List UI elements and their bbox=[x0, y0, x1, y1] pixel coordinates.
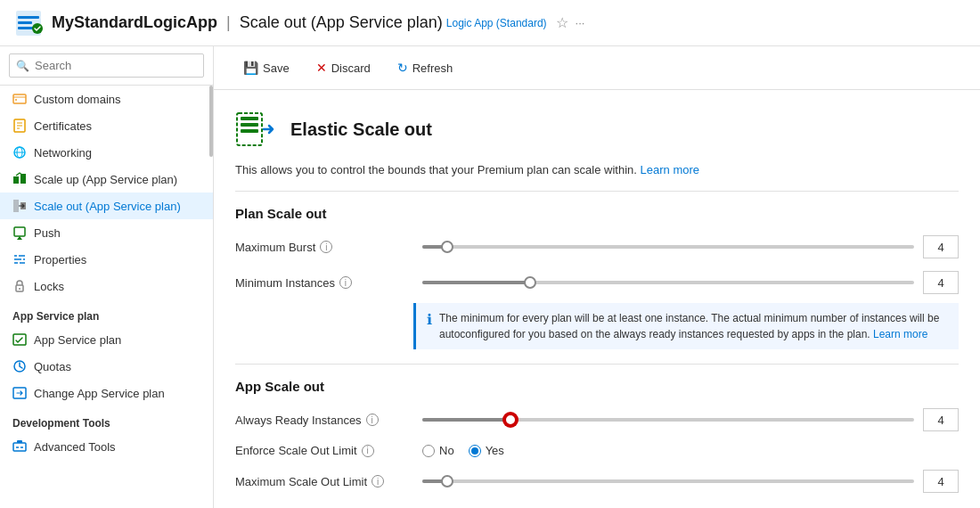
always-ready-slider-thumb[interactable] bbox=[504, 414, 517, 426]
sidebar-item-networking[interactable]: Networking bbox=[0, 139, 213, 166]
sidebar-section-asp: App Service plan bbox=[0, 299, 213, 326]
sidebar-item-properties[interactable]: Properties bbox=[0, 246, 213, 273]
sidebar-nav: Custom domains Certificates Networking bbox=[0, 86, 213, 508]
refresh-button[interactable]: ↻ Refresh bbox=[386, 55, 465, 80]
maximum-burst-info-icon[interactable]: i bbox=[320, 241, 332, 253]
info-box-text: The minimum for every plan will be at le… bbox=[439, 310, 948, 342]
always-ready-value: 4 bbox=[923, 408, 959, 431]
discard-label: Discard bbox=[331, 61, 371, 75]
enforce-scale-info-icon[interactable]: i bbox=[362, 445, 374, 457]
learn-more-link[interactable]: Learn more bbox=[641, 163, 699, 176]
description-text: This allows you to control the bounds th… bbox=[235, 163, 637, 176]
minimum-instances-slider-area bbox=[413, 281, 923, 284]
always-ready-info-icon[interactable]: i bbox=[366, 414, 379, 426]
page-description: This allows you to control the bounds th… bbox=[235, 163, 959, 192]
svg-rect-31 bbox=[13, 443, 26, 451]
quotas-icon bbox=[12, 359, 27, 373]
max-scale-out-value: 4 bbox=[923, 470, 959, 493]
change-asp-icon bbox=[12, 386, 27, 400]
properties-icon bbox=[12, 252, 27, 266]
page-title: Elastic Scale out bbox=[290, 119, 432, 140]
sidebar-label-scale-out: Scale out (App Service plan) bbox=[34, 200, 181, 213]
svg-rect-32 bbox=[17, 440, 22, 443]
sidebar-label-app-service-plan: App Service plan bbox=[34, 333, 121, 347]
minimum-instances-label: Minimum Instances i bbox=[235, 276, 413, 290]
svg-rect-5 bbox=[13, 94, 26, 103]
enforce-scale-radio-group: No Yes bbox=[422, 444, 959, 457]
page-title-header: Scale out (App Service plan) bbox=[240, 13, 443, 32]
svg-point-27 bbox=[19, 288, 20, 290]
sidebar-item-scale-out[interactable]: Scale out (App Service plan) bbox=[0, 193, 213, 219]
more-options-icon[interactable]: ··· bbox=[576, 16, 585, 29]
enforce-scale-no-radio[interactable] bbox=[422, 445, 435, 457]
sidebar-item-change-asp[interactable]: Change App Service plan bbox=[0, 380, 213, 406]
sidebar-item-scale-up[interactable]: Scale up (App Service plan) bbox=[0, 166, 213, 193]
search-icon: 🔍 bbox=[16, 60, 29, 72]
svg-rect-37 bbox=[241, 123, 258, 127]
discard-button[interactable]: ✕ Discard bbox=[305, 55, 382, 80]
info-box-learn-more-link[interactable]: Learn more bbox=[873, 328, 927, 340]
push-icon bbox=[12, 225, 27, 240]
maximum-burst-value: 4 bbox=[923, 235, 959, 258]
maximum-burst-slider-area bbox=[413, 245, 923, 249]
always-ready-slider-track[interactable] bbox=[422, 418, 914, 422]
maximum-burst-slider-thumb[interactable] bbox=[441, 241, 453, 253]
plan-scale-title: Plan Scale out bbox=[235, 206, 959, 221]
sidebar-label-custom-domains: Custom domains bbox=[34, 93, 121, 106]
app-subtitle: Logic App (Standard) bbox=[446, 17, 547, 29]
svg-rect-17 bbox=[13, 200, 19, 212]
max-scale-out-label: Maximum Scale Out Limit i bbox=[235, 475, 413, 488]
svg-rect-36 bbox=[241, 117, 258, 120]
elastic-scale-icon bbox=[235, 108, 278, 151]
scale-out-icon bbox=[12, 199, 27, 213]
networking-icon bbox=[12, 145, 27, 160]
minimum-instances-slider-thumb[interactable] bbox=[524, 276, 536, 289]
max-scale-out-slider-thumb[interactable] bbox=[441, 475, 453, 488]
sidebar-item-custom-domains[interactable]: Custom domains bbox=[0, 86, 213, 112]
sidebar-item-certificates[interactable]: Certificates bbox=[0, 112, 213, 139]
svg-rect-15 bbox=[13, 176, 19, 184]
maximum-burst-slider-track[interactable] bbox=[422, 245, 914, 249]
sidebar-label-properties: Properties bbox=[34, 253, 86, 266]
enforce-scale-no[interactable]: No bbox=[422, 444, 454, 457]
app-name: MyStandardLogicApp bbox=[52, 13, 217, 32]
app-scale-title: App Scale out bbox=[235, 379, 959, 394]
app-header: MyStandardLogicApp | Scale out (App Serv… bbox=[0, 0, 980, 46]
enforce-scale-yes[interactable]: Yes bbox=[469, 444, 504, 457]
section-divider bbox=[235, 364, 959, 365]
sidebar-item-locks[interactable]: Locks bbox=[0, 273, 213, 299]
always-ready-slider-area bbox=[413, 418, 923, 422]
custom-domains-icon bbox=[12, 92, 27, 106]
minimum-instances-value: 4 bbox=[923, 271, 959, 294]
favorite-icon[interactable]: ☆ bbox=[556, 14, 568, 31]
save-button[interactable]: 💾 Save bbox=[232, 55, 301, 80]
sidebar-section-dev-tools: Development Tools bbox=[0, 406, 213, 433]
sidebar-item-quotas[interactable]: Quotas bbox=[0, 353, 213, 380]
enforce-scale-options: No Yes bbox=[413, 444, 959, 457]
sidebar-label-certificates: Certificates bbox=[34, 119, 92, 133]
sidebar-label-locks: Locks bbox=[34, 280, 64, 293]
search-input[interactable] bbox=[9, 53, 204, 78]
max-scale-out-info-icon[interactable]: i bbox=[372, 475, 384, 488]
minimum-instances-row: Minimum Instances i 4 bbox=[235, 271, 959, 294]
header-sep: | bbox=[226, 13, 231, 32]
svg-rect-1 bbox=[18, 16, 39, 19]
certificates-icon bbox=[12, 119, 27, 133]
always-ready-slider-fill bbox=[422, 418, 510, 422]
advanced-tools-icon bbox=[12, 439, 27, 454]
enforce-scale-no-label: No bbox=[439, 444, 454, 457]
app-icon bbox=[14, 9, 43, 37]
enforce-scale-yes-radio[interactable] bbox=[469, 445, 481, 457]
always-ready-row: Always Ready Instances i 4 bbox=[235, 408, 959, 431]
max-scale-out-slider-track[interactable] bbox=[422, 479, 914, 483]
sidebar-item-push[interactable]: Push bbox=[0, 219, 213, 246]
sidebar-item-advanced-tools[interactable]: Advanced Tools bbox=[0, 433, 213, 460]
refresh-icon: ↻ bbox=[397, 61, 408, 75]
sidebar-item-app-service-plan[interactable]: App Service plan bbox=[0, 326, 213, 353]
svg-point-7 bbox=[15, 99, 17, 101]
enforce-scale-yes-label: Yes bbox=[486, 444, 504, 457]
minimum-instances-info-icon[interactable]: i bbox=[339, 276, 352, 289]
max-scale-out-row: Maximum Scale Out Limit i 4 bbox=[235, 470, 959, 493]
minimum-instances-slider-track[interactable] bbox=[422, 281, 914, 284]
main-content: 💾 Save ✕ Discard ↻ Refresh bbox=[214, 46, 980, 508]
